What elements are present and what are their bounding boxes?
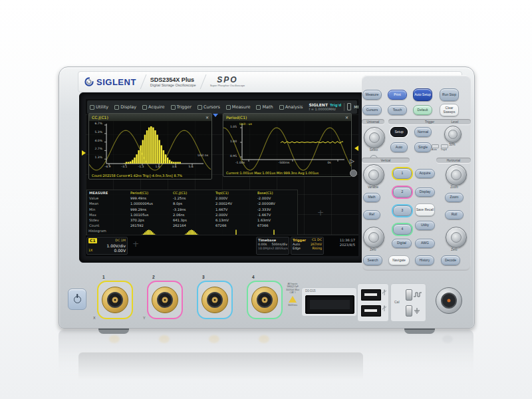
menu-item-cursors[interactable]: Cursors <box>198 104 220 110</box>
channel3-button[interactable]: 3 <box>393 205 412 216</box>
channel2-bnc-connector[interactable]: 2Y <box>147 281 183 319</box>
display-button[interactable]: Display <box>415 188 435 197</box>
clock-block: 11:36:17 2023/8/5 <box>325 237 357 255</box>
digital-button[interactable]: Digital <box>392 239 412 248</box>
universal-knob[interactable] <box>364 127 385 148</box>
digital-connector-slot <box>305 295 354 314</box>
menu-item-label: Acquire <box>148 104 165 110</box>
measure-button[interactable]: Measure <box>362 90 382 100</box>
utility-icon <box>90 105 94 110</box>
decode-button[interactable]: Decode <box>441 255 460 265</box>
power-button[interactable] <box>68 289 86 310</box>
channel-sub-label: Y <box>143 316 146 320</box>
channel1-bnc-connector[interactable]: 1X <box>97 281 133 319</box>
vertical-position-knob[interactable] <box>363 227 384 248</box>
run-stop-button[interactable]: Run Stop <box>440 88 459 101</box>
trigger-auto-button[interactable]: Auto <box>390 142 408 152</box>
print-button[interactable]: Print <box>388 90 407 100</box>
timebase-descriptor[interactable]: Timebase 0.00s 500ns/div 10.0Mpts 2.00GS… <box>256 237 289 255</box>
trigger-setup-button[interactable]: Setup <box>390 127 408 137</box>
roll-button[interactable]: Roll <box>445 210 464 219</box>
screenshot-icon[interactable] <box>350 170 357 177</box>
math-button[interactable]: Math <box>363 193 380 202</box>
cal-ground-terminal[interactable] <box>406 305 412 317</box>
table-value: 370.2ps <box>128 217 171 223</box>
navigate-button[interactable]: Navigate <box>388 255 410 265</box>
channel1-descriptor[interactable]: C1 DC 1M 1.00V/div 1X 0.00V <box>86 237 128 255</box>
trigger-descriptor[interactable]: Trigger C1 DC Auto 267mV Edge Rising <box>291 237 324 255</box>
trigger-level-knob[interactable] <box>444 126 462 143</box>
bnc-pin <box>114 299 116 301</box>
menu-item-utility[interactable]: Utility <box>90 104 108 110</box>
table-header-CC.J(C1)[interactable]: CC.J(C1) <box>171 190 213 196</box>
date: 2023/8/5 <box>327 243 355 247</box>
model-block: SDS2354X Plus Digital Storage Oscillosco… <box>150 76 196 88</box>
trigger-normal-button[interactable]: Normal <box>414 127 432 137</box>
trigd-led-label: Trig'd <box>440 148 448 151</box>
horizontal-position-knob[interactable] <box>446 227 467 248</box>
histogram-window-title: CC.J(C1) <box>92 115 108 120</box>
histogram-window[interactable]: CC.J(C1) ✕ 6.7%5.3%4.0%2.7%1.3%-4.9-3.1-… <box>88 113 212 180</box>
menu-item-display[interactable]: Display <box>114 104 136 110</box>
zoom-button[interactable]: Zoom <box>445 193 464 202</box>
usb-host-ports[interactable] <box>357 283 389 322</box>
utility-button[interactable]: Utility <box>415 221 435 230</box>
table-header-Base(C1)[interactable]: Base(C1) <box>255 190 297 196</box>
history-button[interactable]: History <box>415 255 434 265</box>
hist-y-tick: 4.0% <box>91 139 102 142</box>
vertical-scale-knob[interactable] <box>363 164 384 186</box>
channel1-button[interactable]: 1 <box>393 168 412 179</box>
trend-window[interactable]: Period(C1) ✕ Unit : us 1.051.000.95-1.00… <box>223 113 352 177</box>
usb-port-bottom[interactable] <box>361 305 381 317</box>
measurement-table: MEASUREPeriod(C1)CC.J(C1)Top(C1)Base(C1)… <box>86 190 298 237</box>
touch-button[interactable]: Touch <box>388 105 407 115</box>
search-button[interactable]: Search <box>363 255 382 265</box>
menu-item-label: Analysis <box>285 104 303 110</box>
channel4-button[interactable]: 4 <box>393 224 412 235</box>
menu-item-acquire[interactable]: Acquire <box>142 104 165 110</box>
channel4-bnc-connector[interactable]: 4 <box>247 281 283 319</box>
awg-button[interactable]: AWG <box>415 239 435 248</box>
usb-port-top[interactable] <box>361 289 381 301</box>
oscilloscope-screen[interactable]: + UtilityDisplayAcquireTriggerCursorsMea… <box>86 99 358 256</box>
channel1-probe: 1X <box>88 249 92 253</box>
cursors-button[interactable]: Cursors <box>362 105 382 115</box>
table-header-Top(C1)[interactable]: Top(C1) <box>213 190 255 196</box>
histogram-window-titlebar[interactable]: CC.J(C1) ✕ <box>89 114 211 121</box>
digital-input-connector[interactable]: D0-D15 <box>301 287 357 317</box>
horizontal-position-push-label: Zero <box>443 248 466 251</box>
horizontal-scale-knob[interactable] <box>446 164 467 186</box>
clear-sweeps-button[interactable]: Clear Sweeps <box>440 104 459 116</box>
menu-item-measure[interactable]: Measure <box>226 104 251 110</box>
trigger-single-button[interactable]: Single <box>414 142 432 152</box>
menu-item-analysis[interactable]: Analysis <box>279 104 303 110</box>
menu-item-trigger[interactable]: Trigger <box>171 104 192 110</box>
acquire-button[interactable]: Acquire <box>415 169 435 178</box>
trend-window-titlebar[interactable]: Period(C1) ✕ <box>223 114 351 121</box>
hist-x-tick: 1.6 <box>150 165 165 168</box>
warning-bottom: 300Vrms <box>283 304 303 307</box>
acquire-icon <box>142 105 147 110</box>
save-recall-button[interactable]: Save Recall <box>415 203 435 216</box>
table-header-Period(C1)[interactable]: Period(C1) <box>128 190 171 196</box>
default-button[interactable]: Default <box>413 105 432 115</box>
expand-dialog-icon[interactable]: ▷ <box>350 158 354 164</box>
ref-button[interactable]: Ref <box>363 210 380 219</box>
table-value: 2.06ns <box>171 212 213 217</box>
close-icon[interactable]: ✕ <box>345 115 348 120</box>
menu-items: UtilityDisplayAcquireTriggerCursorsMeasu… <box>90 104 303 110</box>
auto-setup-button[interactable]: Auto Setup <box>413 88 432 101</box>
menu-right-cluster: SIGLENT Trig'd f = 1.00000MHz MEASURE <box>309 103 358 112</box>
table-value: -3.19ns <box>171 207 213 212</box>
universal-section-label: Universal <box>362 119 384 124</box>
channel3-bnc-connector[interactable]: 3 <box>197 281 233 319</box>
close-icon[interactable]: ✕ <box>205 115 209 120</box>
dialog-title[interactable]: MEASURE <box>354 104 358 109</box>
graticule-cross: + <box>317 209 324 216</box>
cal-signal-terminal[interactable] <box>406 289 412 301</box>
aux-out-connector[interactable] <box>436 287 462 314</box>
channel2-button[interactable]: 2 <box>393 187 412 198</box>
model-subtitle: Digital Storage Oscilloscope <box>150 83 196 87</box>
menu-item-math[interactable]: Math <box>256 104 273 110</box>
probe-compensation-block[interactable]: Cal <box>390 283 426 322</box>
